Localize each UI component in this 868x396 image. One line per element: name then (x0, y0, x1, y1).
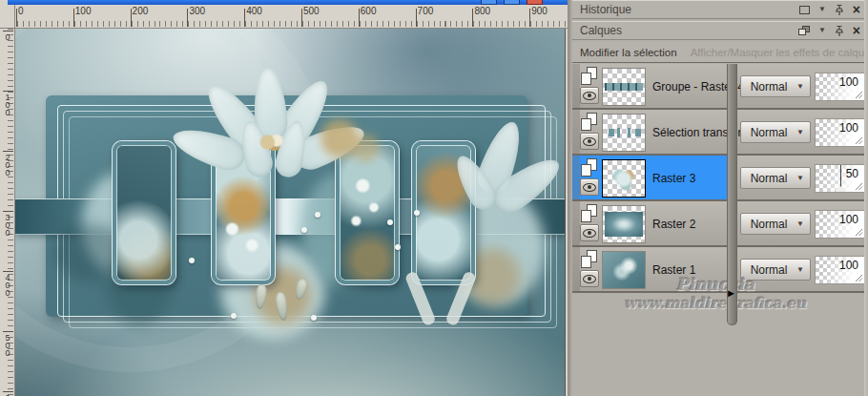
modify-selection-button[interactable]: Modifier la sélection (580, 47, 677, 58)
eye-icon (583, 229, 596, 238)
thumbnail-preview (605, 162, 643, 195)
blend-mode-value: Normal (741, 172, 796, 185)
calques-panel-header[interactable]: Calques ▼ × (572, 21, 868, 40)
chevron-down-icon: ▼ (796, 128, 810, 136)
ruler-label: 200 (133, 6, 149, 16)
blend-mode-dropdown[interactable]: Normal ▼ (740, 121, 811, 143)
ruler-label: 200 (1, 153, 12, 176)
ruler-label: 300 (189, 6, 205, 16)
layer-thumbnail[interactable] (602, 68, 646, 106)
eye-icon (583, 137, 596, 146)
layer-thumbnail[interactable] (602, 205, 646, 243)
opacity-value: 100 (839, 75, 858, 89)
opacity-field[interactable]: 100 (815, 73, 865, 101)
image-canvas[interactable] (15, 29, 566, 396)
ruler-label: 700 (418, 6, 434, 16)
berry (311, 315, 317, 321)
layer-row[interactable]: Groupe - Raster 4 Normal ▼ 100 (572, 64, 868, 110)
berry (301, 227, 307, 233)
raster-layer-icon (581, 204, 597, 222)
layer-row-margin (572, 201, 580, 245)
ruler-label: 500 (1, 333, 12, 356)
ruler-label: 900 (531, 6, 548, 16)
docked-palettes: Historique ▼ × Calques ▼ × Mod (572, 0, 868, 396)
opacity-value: 50 (846, 167, 858, 180)
visibility-toggle[interactable] (580, 133, 599, 150)
chevron-down-icon: ▼ (796, 219, 810, 228)
raster-layer-icon (581, 113, 597, 131)
poinsettia-center (259, 134, 286, 151)
float-window-icon[interactable] (798, 26, 810, 35)
berry (387, 219, 393, 225)
psp-window: 0100200300400500600700800900 01002003004… (0, 0, 868, 396)
layer-name: Raster 1 (652, 247, 695, 293)
opacity-slider-thumb[interactable] (836, 185, 845, 192)
berry (414, 210, 420, 216)
close-icon[interactable]: × (853, 24, 860, 37)
column-splitter[interactable] (727, 64, 737, 325)
resize-grip-icon (855, 136, 863, 145)
panel-menu-icon[interactable]: ▼ (818, 6, 826, 13)
resize-grip-icon (855, 91, 863, 99)
chevron-down-icon: ▼ (796, 265, 810, 274)
ruler-label: 0 (1, 32, 12, 40)
layer-thumbnail[interactable] (602, 159, 646, 198)
ruler-corner (0, 5, 15, 29)
layer-thumbnail[interactable] (602, 114, 646, 152)
eye-icon (583, 92, 596, 100)
berry (315, 212, 320, 218)
blend-mode-value: Normal (741, 126, 796, 139)
layer-thumbnail[interactable] (602, 251, 646, 289)
calques-toolbar: Modifier la sélection Afficher/Masquer l… (572, 42, 868, 63)
ruler-label: 400 (246, 6, 262, 16)
raster-layer-icon (581, 250, 597, 268)
opacity-field[interactable]: 100 (815, 256, 865, 284)
layer-row[interactable]: Raster 1 Normal ▼ 100 (572, 247, 868, 293)
layer-name: Raster 2 (652, 201, 695, 247)
panel-menu-icon[interactable]: ▼ (818, 27, 826, 34)
chevron-down-icon: ▼ (796, 174, 810, 182)
resize-grip-icon (855, 274, 863, 282)
opacity-value: 100 (839, 121, 858, 135)
visibility-toggle[interactable] (580, 270, 599, 287)
thumbnail-preview (605, 116, 643, 149)
ruler-label: 500 (303, 6, 320, 16)
panel-scrollbar[interactable] (864, 0, 868, 396)
thumbnail-preview (603, 252, 645, 288)
coral-sprig (351, 134, 380, 162)
blend-mode-dropdown[interactable]: Normal ▼ (740, 167, 811, 189)
opacity-field[interactable]: 50 (815, 164, 865, 193)
visibility-toggle[interactable] (580, 224, 599, 241)
show-hide-effects-button[interactable]: Afficher/Masquer les effets de calque (691, 47, 868, 58)
panel-title: Historique (572, 3, 799, 16)
layer-row[interactable]: Sélection transformée Normal ▼ 100 (572, 110, 868, 156)
vertical-ruler: 0100200300400500600 (0, 29, 15, 396)
blend-mode-value: Normal (741, 263, 796, 277)
visibility-toggle[interactable] (580, 87, 599, 104)
layer-row[interactable]: Raster 2 Normal ▼ 100 (572, 201, 868, 247)
opacity-field[interactable]: 100 (815, 210, 865, 239)
blend-mode-dropdown[interactable]: Normal ▼ (740, 75, 811, 97)
blend-mode-dropdown[interactable]: Normal ▼ (740, 213, 811, 235)
float-window-icon[interactable] (799, 6, 810, 14)
layer-row-margin (572, 156, 580, 199)
opacity-field[interactable]: 100 (815, 118, 865, 147)
visibility-toggle[interactable] (580, 178, 599, 196)
blend-mode-dropdown[interactable]: Normal ▼ (740, 259, 811, 281)
photo-frame-3 (336, 141, 399, 284)
layer-list: Groupe - Raster 4 Normal ▼ 100 Sélection… (572, 64, 868, 293)
historique-panel-header[interactable]: Historique ▼ × (572, 0, 868, 19)
pin-icon[interactable] (835, 25, 844, 37)
ruler-label: 100 (1, 93, 12, 115)
chevron-down-icon: ▼ (796, 82, 810, 91)
panel-title: Calques (572, 24, 798, 37)
ruler-label: 400 (1, 273, 12, 296)
layer-row[interactable]: Raster 3 Normal ▼ 50 (572, 156, 868, 201)
ruler-label: 300 (1, 213, 12, 236)
pin-icon[interactable] (835, 4, 844, 16)
blend-mode-value: Normal (741, 80, 796, 94)
resize-grip-icon (855, 182, 863, 191)
close-icon[interactable]: × (853, 3, 860, 16)
ruler-label: 600 (361, 6, 377, 16)
resize-grip-icon (855, 228, 863, 237)
